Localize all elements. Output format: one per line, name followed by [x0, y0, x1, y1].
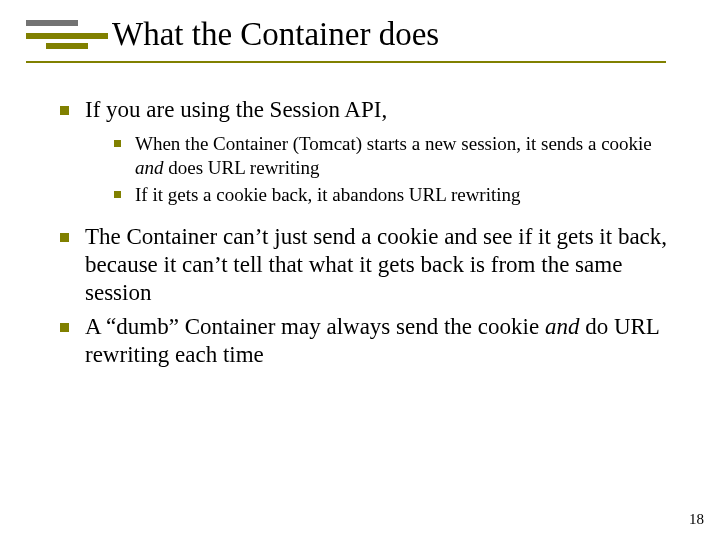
bullet-text: If it gets a cookie back, it abandons UR… — [135, 183, 670, 207]
text-run: When the Container (Tomcat) starts a new… — [135, 133, 652, 154]
bullet-text: A “dumb” Container may always send the c… — [85, 313, 670, 369]
square-bullet-icon — [114, 191, 121, 198]
italic-text: and — [545, 314, 580, 339]
slide: What the Container does If you are using… — [0, 0, 720, 540]
square-bullet-icon — [114, 140, 121, 147]
bullet-text: When the Container (Tomcat) starts a new… — [135, 132, 670, 179]
bullet-level2: When the Container (Tomcat) starts a new… — [114, 132, 670, 179]
bullet-level1: The Container can’t just send a cookie a… — [60, 223, 670, 307]
slide-title: What the Container does — [112, 16, 439, 53]
bullet-text: If you are using the Session API, — [85, 96, 670, 124]
bullet-level2: If it gets a cookie back, it abandons UR… — [114, 183, 670, 207]
text-run: does URL rewriting — [164, 157, 320, 178]
decor-bar-mid-long — [26, 33, 108, 39]
page-number: 18 — [689, 511, 704, 528]
decor-bar-top — [26, 20, 78, 26]
title-decor — [26, 20, 108, 54]
title-underline — [26, 61, 666, 63]
bullet-level1: If you are using the Session API, — [60, 96, 670, 124]
italic-text: and — [135, 157, 164, 178]
text-run: A “dumb” Container may always send the c… — [85, 314, 545, 339]
square-bullet-icon — [60, 323, 69, 332]
bullet-level1: A “dumb” Container may always send the c… — [60, 313, 670, 369]
bullet-text: The Container can’t just send a cookie a… — [85, 223, 670, 307]
decor-bar-mid-short — [46, 43, 88, 49]
square-bullet-icon — [60, 233, 69, 242]
sub-bullet-group: When the Container (Tomcat) starts a new… — [60, 132, 670, 207]
square-bullet-icon — [60, 106, 69, 115]
slide-content: If you are using the Session API, When t… — [60, 96, 670, 375]
